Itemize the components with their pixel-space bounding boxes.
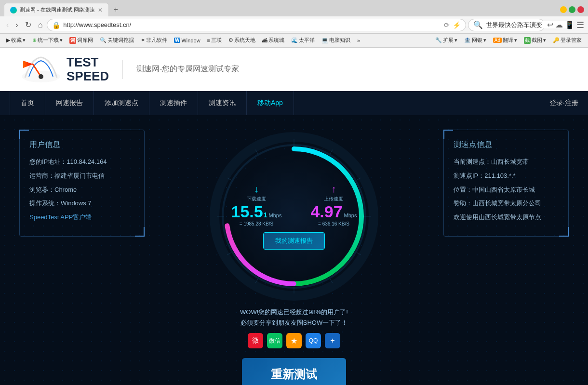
bookmark-label: 系统天地 — [234, 37, 255, 44]
tab-close-icon[interactable]: ✕ — [98, 7, 103, 13]
new-tab-button[interactable]: + — [109, 3, 123, 16]
forward-button[interactable]: › — [13, 20, 20, 30]
sponsor-row: 赞助：山西长城宽带太原分公司 — [454, 199, 559, 209]
bookmark-more[interactable]: » — [355, 37, 362, 44]
home-button[interactable]: ⌂ — [36, 20, 45, 30]
ocean-icon: 🌊 — [291, 37, 298, 43]
app-row[interactable]: SpeedTest APP客户端 — [29, 212, 134, 223]
ebank-icon: 🏦 — [464, 37, 471, 43]
back-button[interactable]: ‹ — [4, 20, 11, 30]
address-actions: ⟳ ⚡ — [444, 21, 461, 29]
active-tab[interactable]: 测速网 - 在线网速测试,网络测速 ✕ — [4, 3, 109, 16]
tab-favicon — [10, 7, 17, 13]
nav-home[interactable]: 首页 — [10, 91, 45, 115]
my-report-button[interactable]: 我的测速报告 — [263, 232, 325, 250]
logo-area: TEST SPEED 测速网-您的专属网速测试专家 — [19, 53, 239, 85]
more-share-button[interactable]: + — [325, 333, 340, 348]
welcome-row: 欢迎使用山西长城宽带太原节点 — [454, 212, 559, 223]
nav-news[interactable]: 测速资讯 — [198, 91, 247, 115]
screenshot-badge: 截 — [524, 37, 531, 44]
corner-bottom-right-right — [559, 227, 569, 237]
svg-point-2 — [39, 74, 43, 79]
current-point-row: 当前测速点：山西长城宽带 — [454, 157, 559, 167]
devices-icon[interactable]: 📱 — [565, 20, 575, 29]
upload-label: 上传速度 — [310, 196, 357, 202]
weibo-share-button[interactable]: 微 — [248, 333, 263, 348]
bookmark-translate[interactable]: Ad 翻译 ▾ — [491, 36, 520, 45]
nav-plugin[interactable]: 测速插件 — [149, 91, 198, 115]
plus-icon: + — [330, 336, 334, 345]
upload-unit: Mbps — [344, 212, 357, 218]
bookmark-feifan[interactable]: ✦ 非凡软件 — [138, 36, 170, 45]
window-badge: W — [174, 38, 180, 43]
close-button[interactable] — [577, 6, 584, 13]
chevron-icon: ▾ — [483, 37, 486, 43]
toolbar: ‹ › ↻ ⌂ 🔒 ⟳ ⚡ 🔍 ↩ ☁ 📱 ☰ — [0, 16, 588, 34]
qq-share-button[interactable]: QQ — [306, 333, 321, 348]
gauge-wrapper: ↓ 下载速度 15.5 1 Mbps = 1985.28 KB/S — [207, 130, 381, 303]
nav-add-point[interactable]: 添加测速点 — [94, 91, 149, 115]
bookmark-label: Window — [181, 38, 200, 43]
bookmark-ebank[interactable]: 🏦 网银 ▾ — [462, 36, 489, 45]
bookmark-ciku[interactable]: 词 词库网 — [67, 36, 95, 45]
bookmark-download[interactable]: ⊕ 统一下载 ▾ — [30, 36, 65, 45]
ssl-icon: 🔒 — [52, 21, 60, 29]
refresh-icon[interactable]: ⟳ — [444, 21, 450, 29]
point-ip-row: 测速点IP：211.103.*.* — [454, 171, 559, 181]
minimize-button[interactable] — [560, 6, 567, 13]
speed-point-title: 测速点信息 — [454, 140, 559, 150]
os-row: 操作系统：Windows 7 — [29, 199, 134, 209]
download-icon: ⊕ — [32, 37, 37, 43]
bookmark-favorites[interactable]: ▶ 收藏 ▾ — [4, 36, 28, 45]
address-input[interactable] — [63, 21, 441, 28]
lightning-icon[interactable]: ⚡ — [453, 21, 461, 29]
cloud-icon[interactable]: ☁ — [555, 20, 563, 29]
logo-divider — [122, 60, 123, 79]
browser-row: 浏览器：Chrome — [29, 185, 134, 195]
undo-icon[interactable]: ↩ — [547, 20, 553, 29]
panel-wrapper: 用户信息 您的IP地址：110.84.24.164 运营商：福建省厦门市电信 浏… — [19, 130, 145, 237]
logo-graphic — [19, 53, 63, 85]
nav-login[interactable]: 登录·注册 — [549, 99, 578, 107]
bookmark-extensions[interactable]: 🔧 扩展 ▾ — [433, 36, 460, 45]
wechat-share-button[interactable]: 微信 — [267, 333, 282, 348]
bookmark-systemcity[interactable]: 🏙 系统城 — [260, 36, 287, 45]
menu-icon[interactable]: ☰ — [576, 20, 584, 30]
download-arrow-icon: ↓ — [231, 184, 282, 195]
download-value: 15.5 — [231, 202, 263, 221]
bookmark-label: 关键词挖掘 — [107, 37, 134, 44]
bookmark-label: 三联 — [211, 37, 222, 44]
bookmark-keyword[interactable]: 🔍 关键词挖掘 — [97, 36, 136, 45]
bookmark-pacific[interactable]: 🌊 太平洋 — [289, 36, 317, 45]
nav-mobile-app[interactable]: 移动App — [247, 91, 294, 115]
upload-arrow-icon: ↑ — [310, 184, 357, 195]
city-icon: 🏙 — [262, 38, 267, 43]
window-controls — [560, 6, 584, 13]
bookmark-label: 收藏 — [11, 37, 22, 44]
maximize-button[interactable] — [569, 6, 575, 13]
favorites-share-button[interactable]: ★ — [286, 333, 302, 348]
play-icon: ▶ — [6, 37, 10, 43]
bookmark-system[interactable]: ⚙ 系统天地 — [226, 36, 258, 45]
wow-line2: 必须要分享到朋友友圈SHOW一下了！ — [240, 318, 348, 328]
logo-text: TEST SPEED — [67, 55, 109, 83]
download-unit: Mbps — [269, 212, 282, 218]
bookmark-sanlian[interactable]: ≡ 三联 — [205, 36, 224, 45]
chevron-icon: ▾ — [454, 37, 457, 43]
browser-chrome: 测速网 - 在线网速测试,网络测速 ✕ + ‹ › ↻ ⌂ 🔒 ⟳ ⚡ 🔍 ↩ … — [0, 0, 588, 48]
bookmark-screenshot[interactable]: 截 截图 ▾ — [521, 36, 548, 45]
qq-icon: QQ — [309, 337, 318, 344]
nav-report[interactable]: 网速报告 — [45, 91, 94, 115]
download-small: 1 — [264, 211, 267, 219]
key-icon: 🔑 — [553, 37, 560, 43]
download-box: ↓ 下载速度 15.5 1 Mbps = 1985.28 KB/S — [231, 184, 282, 226]
bookmark-pcknowledge[interactable]: 💻 电脑知识 — [319, 36, 353, 45]
bookmarks-bar: ▶ 收藏 ▾ ⊕ 统一下载 ▾ 词 词库网 🔍 关键词挖掘 ✦ 非凡软件 W W… — [0, 34, 588, 47]
site-tagline: 测速网-您的专属网速测试专家 — [136, 64, 239, 74]
refresh-button[interactable]: ↻ — [23, 19, 34, 30]
bookmark-login[interactable]: 🔑 登录管家 — [550, 36, 584, 45]
panel-wrapper-right: 测速点信息 当前测速点：山西长城宽带 测速点IP：211.103.*.* 位置：… — [443, 130, 569, 237]
search-input[interactable] — [486, 21, 567, 28]
bookmark-window[interactable]: W Window — [172, 37, 203, 44]
retest-button[interactable]: 重新测试 — [242, 358, 346, 385]
